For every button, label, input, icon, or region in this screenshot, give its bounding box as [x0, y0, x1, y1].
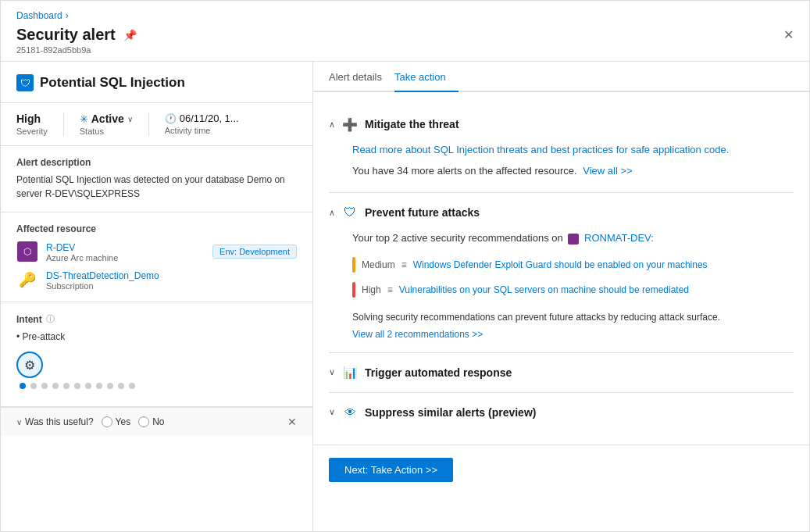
status-icon: ✳ [80, 113, 88, 125]
prevent-icon: 🛡 [341, 204, 359, 221]
tab-take-action[interactable]: Take action [394, 62, 459, 92]
severity-value: High [16, 112, 48, 125]
chevron-down-icon[interactable]: ∨ [127, 115, 133, 123]
clock-icon: 🕐 [165, 113, 177, 124]
accordion-mitigate-body: Read more about SQL Injection threats an… [329, 144, 794, 192]
env-badge: Env: Development [212, 245, 297, 259]
close-button[interactable]: ✕ [783, 27, 794, 42]
accordion-trigger-chevron: ∨ [329, 367, 335, 377]
accordion-prevent-title: Prevent future attacks [365, 206, 480, 219]
shield-icon: 🛡 [16, 74, 34, 91]
timeline-dot [30, 383, 37, 389]
alert-description-title: Alert description [16, 157, 297, 168]
accordion-prevent: ∧ 🛡 Prevent future attacks Your top 2 ac… [329, 193, 794, 353]
severity-row: High Severity ✳ Active ∨ Status 🕐 06/11/… [1, 103, 312, 146]
key-icon: 🔑 [16, 269, 38, 291]
timeline-start-icon: ⚙ [16, 352, 43, 378]
solving-text: Solving security recommendations can pre… [352, 310, 794, 324]
intent-section: Intent ⓘ • Pre-attack ⚙ [1, 302, 312, 407]
resource-item-rdev: ⬡ R-DEV Azure Arc machine Env: Developme… [16, 241, 297, 262]
view-all-recs-link[interactable]: View all 2 recommendations >> [352, 329, 794, 340]
trigger-icon: 📊 [341, 364, 359, 381]
timeline-dot [118, 383, 124, 389]
feedback-no-option[interactable]: No [138, 416, 164, 427]
activity-cell: 🕐 06/11/20, 1... Activity time [148, 112, 255, 136]
accordion-prevent-header[interactable]: ∧ 🛡 Prevent future attacks [329, 193, 794, 232]
mitigate-link[interactable]: Read more about SQL Injection threats an… [352, 144, 794, 155]
feedback-yes-label: Yes [116, 416, 131, 427]
status-label: Status [80, 127, 133, 136]
suppress-icon: 👁 [341, 404, 359, 421]
rec-medium-label: Medium [362, 259, 395, 270]
accordion-trigger-header[interactable]: ∨ 📊 Trigger automated response [329, 353, 794, 392]
status-value: Active [91, 112, 124, 125]
mitigate-info: You have 34 more alerts on the affected … [352, 165, 794, 177]
accordion-suppress-title: Suppress similar alerts (preview) [365, 406, 536, 419]
accordion-mitigate: ∧ ➕ Mitigate the threat Read more about … [329, 105, 794, 193]
arc-machine-icon: ⬡ [16, 241, 38, 262]
accordion-mitigate-header[interactable]: ∧ ➕ Mitigate the threat [329, 105, 794, 144]
panel-content: ∧ ➕ Mitigate the threat Read more about … [313, 92, 809, 445]
accordion-suppress-header[interactable]: ∨ 👁 Suppress similar alerts (preview) [329, 393, 794, 432]
timeline-dots [16, 383, 297, 389]
pre-attack-label: • Pre-attack [16, 331, 297, 342]
right-panel: Alert details Take action ∧ ➕ Mitigate t… [313, 62, 809, 531]
alert-description-text: Potential SQL Injection was detected on … [16, 173, 297, 201]
activity-value: 06/11/20, 1... [180, 112, 239, 124]
alert-id: 25181-892ad5bb9a [16, 45, 794, 55]
accordion-trigger-title: Trigger automated response [365, 366, 512, 379]
view-all-alerts-link[interactable]: View all >> [583, 165, 632, 177]
timeline-dot [63, 383, 70, 389]
accordion-mitigate-title: Mitigate the threat [365, 118, 459, 130]
list-icon-medium: ≡ [401, 259, 407, 270]
status-cell[interactable]: ✳ Active ∨ Status [63, 112, 148, 136]
feedback-no-label: No [152, 416, 164, 427]
intent-title: Intent [16, 314, 42, 325]
resource-link-ds[interactable]: DS-ThreatDetection_Demo [46, 270, 159, 281]
next-action-button[interactable]: Next: Take Action >> [329, 458, 453, 482]
alert-title-section: 🛡 Potential SQL Injection [1, 62, 312, 103]
close-feedback-button[interactable]: ✕ [287, 416, 297, 428]
page-title: Security alert [16, 26, 116, 44]
resource-type-rdev: Azure Arc machine [46, 253, 205, 262]
feedback-label: Was this useful? [25, 416, 94, 427]
resource-rec-header: Your top 2 active security recommendatio… [352, 232, 794, 245]
timeline-dot [85, 383, 91, 389]
info-icon: ⓘ [46, 313, 55, 325]
feedback-no-radio[interactable] [138, 416, 149, 427]
severity-bar-medium [352, 257, 355, 273]
timeline-dot [107, 383, 113, 389]
resource-info-rdev: R-DEV Azure Arc machine [46, 241, 205, 262]
list-icon-high: ≡ [387, 284, 393, 295]
feedback-chevron-icon: ∨ [16, 418, 22, 427]
breadcrumb-home[interactable]: Dashboard [16, 10, 62, 21]
recommendation-medium: Medium ≡ Windows Defender Exploit Guard … [352, 252, 794, 277]
resource-link-rdev[interactable]: R-DEV [46, 242, 75, 253]
recommendation-high: High ≡ Vulnerabilities on your SQL serve… [352, 277, 794, 302]
feedback-yes-option[interactable]: Yes [102, 416, 131, 427]
accordion-suppress: ∨ 👁 Suppress similar alerts (preview) [329, 393, 794, 432]
activity-label: Activity time [165, 126, 239, 135]
resource-inline-icon [568, 234, 579, 245]
pin-icon[interactable]: 📌 [123, 29, 137, 41]
left-panel: 🛡 Potential SQL Injection High Severity … [1, 62, 313, 531]
severity-cell: High Severity [16, 112, 63, 136]
resource-name-link[interactable]: RONMAT-DEV: [584, 232, 654, 244]
rec-high-link[interactable]: Vulnerabilities on your SQL servers on m… [399, 284, 689, 295]
tab-alert-details[interactable]: Alert details [329, 62, 394, 92]
accordion-prevent-body: Your top 2 active security recommendatio… [329, 232, 794, 352]
feedback-toggle[interactable]: ∨ Was this useful? [16, 416, 94, 427]
timeline-dot [129, 383, 135, 389]
timeline: ⚙ [16, 352, 297, 395]
alert-name: Potential SQL Injection [40, 75, 185, 91]
timeline-dot [52, 383, 59, 389]
resource-info-ds: DS-ThreatDetection_Demo Subscription [46, 270, 297, 291]
resource-item-ds: 🔑 DS-ThreatDetection_Demo Subscription [16, 269, 297, 291]
timeline-dot [74, 383, 80, 389]
timeline-dot [20, 383, 26, 389]
timeline-dot [41, 383, 48, 389]
timeline-dot [96, 383, 102, 389]
mitigate-icon: ➕ [341, 116, 359, 133]
feedback-yes-radio[interactable] [102, 416, 112, 427]
rec-medium-link[interactable]: Windows Defender Exploit Guard should be… [413, 259, 708, 270]
